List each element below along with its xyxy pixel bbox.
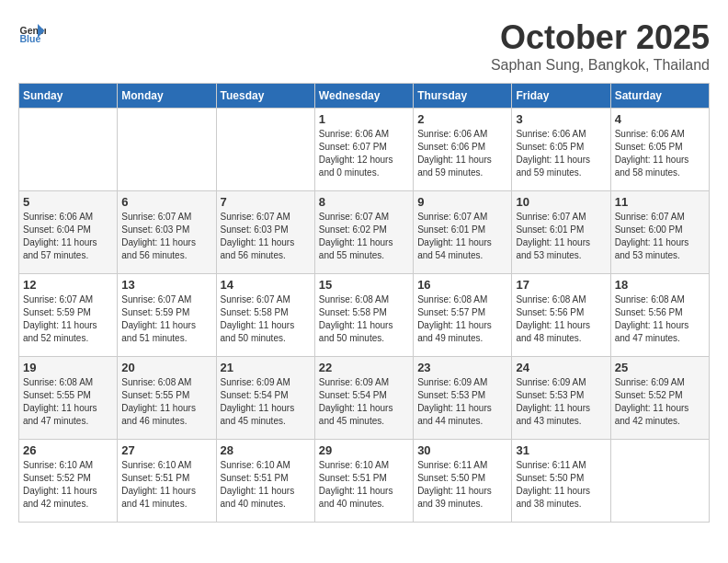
- calendar-cell: 29Sunrise: 6:10 AM Sunset: 5:51 PM Dayli…: [314, 440, 413, 523]
- day-info: Sunrise: 6:08 AM Sunset: 5:56 PM Dayligh…: [516, 293, 606, 345]
- day-info: Sunrise: 6:07 AM Sunset: 6:02 PM Dayligh…: [319, 211, 409, 262]
- day-info: Sunrise: 6:09 AM Sunset: 5:53 PM Dayligh…: [516, 376, 606, 428]
- week-row-5: 26Sunrise: 6:10 AM Sunset: 5:52 PM Dayli…: [19, 440, 710, 523]
- day-info: Sunrise: 6:08 AM Sunset: 5:55 PM Dayligh…: [121, 376, 211, 428]
- month-title: October 2025: [491, 18, 710, 57]
- week-row-4: 19Sunrise: 6:08 AM Sunset: 5:55 PM Dayli…: [19, 357, 710, 440]
- day-info: Sunrise: 6:10 AM Sunset: 5:52 PM Dayligh…: [23, 459, 113, 511]
- calendar-cell: 7Sunrise: 6:07 AM Sunset: 6:03 PM Daylig…: [216, 191, 314, 274]
- logo-icon: General Blue: [18, 18, 46, 46]
- day-number: 4: [615, 112, 705, 126]
- calendar-cell: [19, 109, 118, 191]
- day-info: Sunrise: 6:07 AM Sunset: 5:58 PM Dayligh…: [221, 293, 311, 345]
- calendar-cell: 28Sunrise: 6:10 AM Sunset: 5:51 PM Dayli…: [216, 440, 314, 523]
- calendar-cell: 24Sunrise: 6:09 AM Sunset: 5:53 PM Dayli…: [512, 357, 610, 440]
- day-info: Sunrise: 6:10 AM Sunset: 5:51 PM Dayligh…: [319, 459, 409, 511]
- calendar-cell: 15Sunrise: 6:08 AM Sunset: 5:58 PM Dayli…: [314, 274, 413, 357]
- day-number: 8: [319, 195, 409, 209]
- day-number: 21: [221, 361, 311, 374]
- day-info: Sunrise: 6:09 AM Sunset: 5:53 PM Dayligh…: [417, 376, 507, 428]
- day-info: Sunrise: 6:09 AM Sunset: 5:52 PM Dayligh…: [615, 376, 705, 428]
- day-info: Sunrise: 6:11 AM Sunset: 5:50 PM Dayligh…: [516, 459, 606, 511]
- calendar-cell: 22Sunrise: 6:09 AM Sunset: 5:54 PM Dayli…: [314, 357, 413, 440]
- day-number: 1: [319, 112, 409, 126]
- calendar-cell: [610, 440, 709, 523]
- calendar-cell: 12Sunrise: 6:07 AM Sunset: 5:59 PM Dayli…: [19, 274, 118, 357]
- calendar-cell: 8Sunrise: 6:07 AM Sunset: 6:02 PM Daylig…: [314, 191, 413, 274]
- calendar-cell: [118, 109, 216, 191]
- day-number: 20: [121, 361, 211, 374]
- day-info: Sunrise: 6:11 AM Sunset: 5:50 PM Dayligh…: [417, 459, 507, 511]
- calendar-cell: 30Sunrise: 6:11 AM Sunset: 5:50 PM Dayli…: [414, 440, 512, 523]
- header: General Blue October 2025 Saphan Sung, B…: [18, 18, 710, 74]
- day-number: 24: [516, 361, 606, 374]
- calendar-cell: 6Sunrise: 6:07 AM Sunset: 6:03 PM Daylig…: [118, 191, 216, 274]
- day-number: 31: [516, 443, 606, 457]
- calendar-cell: [216, 109, 314, 191]
- day-number: 10: [516, 195, 606, 209]
- day-info: Sunrise: 6:10 AM Sunset: 5:51 PM Dayligh…: [121, 459, 211, 511]
- day-info: Sunrise: 6:06 AM Sunset: 6:06 PM Dayligh…: [417, 128, 507, 179]
- calendar-cell: 2Sunrise: 6:06 AM Sunset: 6:06 PM Daylig…: [414, 109, 512, 191]
- calendar-cell: 21Sunrise: 6:09 AM Sunset: 5:54 PM Dayli…: [216, 357, 314, 440]
- day-number: 30: [417, 443, 507, 457]
- day-info: Sunrise: 6:07 AM Sunset: 5:59 PM Dayligh…: [121, 293, 211, 345]
- day-number: 2: [417, 112, 507, 126]
- weekday-header-thursday: Thursday: [414, 84, 512, 109]
- logo: General Blue: [18, 18, 46, 46]
- weekday-header-row: SundayMondayTuesdayWednesdayThursdayFrid…: [19, 84, 710, 109]
- calendar-cell: 31Sunrise: 6:11 AM Sunset: 5:50 PM Dayli…: [512, 440, 610, 523]
- calendar-cell: 10Sunrise: 6:07 AM Sunset: 6:01 PM Dayli…: [512, 191, 610, 274]
- day-info: Sunrise: 6:09 AM Sunset: 5:54 PM Dayligh…: [319, 376, 409, 428]
- day-info: Sunrise: 6:08 AM Sunset: 5:55 PM Dayligh…: [23, 376, 113, 428]
- day-number: 16: [417, 278, 507, 292]
- calendar-cell: 26Sunrise: 6:10 AM Sunset: 5:52 PM Dayli…: [19, 440, 118, 523]
- day-info: Sunrise: 6:06 AM Sunset: 6:05 PM Dayligh…: [516, 128, 606, 179]
- day-number: 22: [319, 361, 409, 374]
- day-number: 5: [23, 195, 113, 209]
- day-number: 11: [615, 195, 705, 209]
- day-number: 29: [319, 443, 409, 457]
- calendar: SundayMondayTuesdayWednesdayThursdayFrid…: [18, 83, 710, 523]
- day-info: Sunrise: 6:07 AM Sunset: 6:01 PM Dayligh…: [417, 211, 507, 262]
- calendar-cell: 14Sunrise: 6:07 AM Sunset: 5:58 PM Dayli…: [216, 274, 314, 357]
- day-number: 23: [417, 361, 507, 374]
- day-number: 25: [615, 361, 705, 374]
- calendar-cell: 19Sunrise: 6:08 AM Sunset: 5:55 PM Dayli…: [19, 357, 118, 440]
- calendar-cell: 17Sunrise: 6:08 AM Sunset: 5:56 PM Dayli…: [512, 274, 610, 357]
- week-row-2: 5Sunrise: 6:06 AM Sunset: 6:04 PM Daylig…: [19, 191, 710, 274]
- calendar-cell: 18Sunrise: 6:08 AM Sunset: 5:56 PM Dayli…: [610, 274, 709, 357]
- day-number: 6: [121, 195, 211, 209]
- day-number: 9: [417, 195, 507, 209]
- day-info: Sunrise: 6:06 AM Sunset: 6:07 PM Dayligh…: [319, 128, 409, 179]
- day-info: Sunrise: 6:06 AM Sunset: 6:05 PM Dayligh…: [615, 128, 705, 179]
- svg-text:Blue: Blue: [20, 33, 41, 44]
- calendar-cell: 20Sunrise: 6:08 AM Sunset: 5:55 PM Dayli…: [118, 357, 216, 440]
- day-number: 17: [516, 278, 606, 292]
- day-number: 12: [23, 278, 113, 292]
- weekday-header-friday: Friday: [512, 84, 610, 109]
- location-title: Saphan Sung, Bangkok, Thailand: [491, 57, 710, 74]
- day-number: 13: [121, 278, 211, 292]
- day-number: 26: [23, 443, 113, 457]
- calendar-cell: 11Sunrise: 6:07 AM Sunset: 6:00 PM Dayli…: [610, 191, 709, 274]
- day-info: Sunrise: 6:08 AM Sunset: 5:57 PM Dayligh…: [417, 293, 507, 345]
- weekday-header-sunday: Sunday: [19, 84, 118, 109]
- weekday-header-wednesday: Wednesday: [314, 84, 413, 109]
- day-info: Sunrise: 6:07 AM Sunset: 5:59 PM Dayligh…: [23, 293, 113, 345]
- calendar-cell: 16Sunrise: 6:08 AM Sunset: 5:57 PM Dayli…: [414, 274, 512, 357]
- calendar-cell: 5Sunrise: 6:06 AM Sunset: 6:04 PM Daylig…: [19, 191, 118, 274]
- week-row-1: 1Sunrise: 6:06 AM Sunset: 6:07 PM Daylig…: [19, 109, 710, 191]
- day-info: Sunrise: 6:07 AM Sunset: 6:03 PM Dayligh…: [121, 211, 211, 262]
- calendar-cell: 25Sunrise: 6:09 AM Sunset: 5:52 PM Dayli…: [610, 357, 709, 440]
- calendar-cell: 27Sunrise: 6:10 AM Sunset: 5:51 PM Dayli…: [118, 440, 216, 523]
- calendar-cell: 4Sunrise: 6:06 AM Sunset: 6:05 PM Daylig…: [610, 109, 709, 191]
- day-info: Sunrise: 6:06 AM Sunset: 6:04 PM Dayligh…: [23, 211, 113, 262]
- title-section: October 2025 Saphan Sung, Bangkok, Thail…: [491, 18, 710, 74]
- day-info: Sunrise: 6:07 AM Sunset: 6:00 PM Dayligh…: [615, 211, 705, 262]
- day-number: 18: [615, 278, 705, 292]
- day-info: Sunrise: 6:07 AM Sunset: 6:01 PM Dayligh…: [516, 211, 606, 262]
- calendar-cell: 9Sunrise: 6:07 AM Sunset: 6:01 PM Daylig…: [414, 191, 512, 274]
- day-info: Sunrise: 6:07 AM Sunset: 6:03 PM Dayligh…: [221, 211, 311, 262]
- day-info: Sunrise: 6:09 AM Sunset: 5:54 PM Dayligh…: [221, 376, 311, 428]
